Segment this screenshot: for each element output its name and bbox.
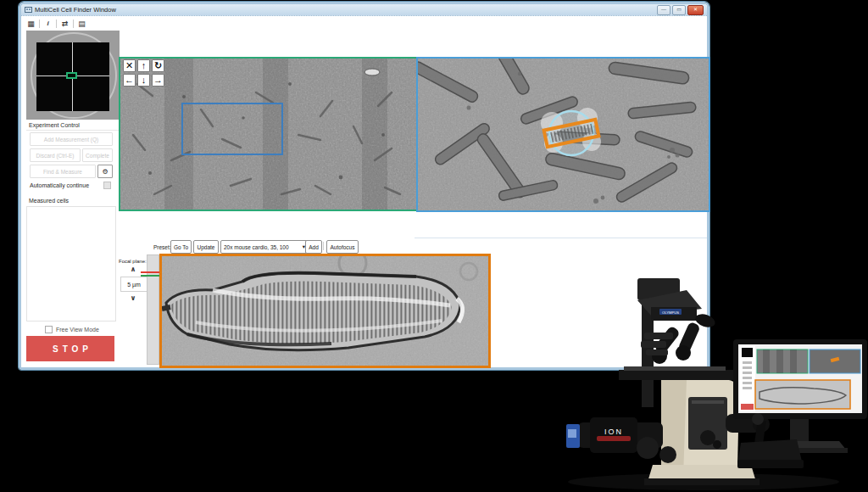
tile-map-icon[interactable]: ▦ — [26, 19, 36, 28]
pan-left-icon[interactable]: ← — [123, 74, 136, 87]
preset-separator — [323, 242, 324, 250]
microscope-brand-label: OLYMPUS — [662, 310, 679, 315]
go-to-button[interactable]: Go To — [170, 240, 192, 254]
preset-label: Preset: — [153, 244, 171, 250]
fit-view-icon[interactable]: ✕ — [123, 59, 136, 72]
window-title: MultiCell Cell Finder Window — [35, 6, 116, 14]
screenshot-canvas: MultiCell Cell Finder Window — ▭ ✕ ▦ i ⇄… — [0, 0, 868, 492]
free-view-checkbox[interactable] — [45, 326, 53, 333]
toolbar-separator — [56, 20, 57, 28]
bottom-panel-divider — [415, 238, 707, 238]
focal-step-field[interactable]: 5 µm — [120, 277, 147, 292]
monitor — [733, 339, 867, 453]
report-icon[interactable]: ▤ — [77, 19, 86, 28]
measured-cells-heading: Measured cells — [29, 198, 69, 204]
gear-icon[interactable]: ⚙ — [97, 165, 113, 178]
focal-marker-red — [141, 271, 159, 273]
complete-button[interactable]: Complete — [82, 148, 113, 162]
preset-dropdown[interactable]: 20x mouse cardio, 35, 100 ▾ — [220, 240, 309, 254]
stage-navigator[interactable] — [26, 31, 120, 120]
discard-button[interactable]: Discard (Ctrl-E) — [30, 148, 81, 162]
free-view-label: Free View Mode — [56, 327, 99, 333]
add-preset-button[interactable]: Add — [305, 240, 322, 254]
stop-button[interactable]: STOP — [26, 336, 114, 361]
pan-right-icon[interactable]: → — [152, 74, 164, 87]
field-of-view-rectangle[interactable] — [181, 103, 283, 155]
refresh-icon[interactable]: ↻ — [152, 59, 164, 72]
close-button[interactable]: ✕ — [687, 5, 704, 15]
preset-dropdown-value: 20x mouse cardio, 35, 100 — [224, 244, 289, 250]
update-button[interactable]: Update — [193, 240, 219, 254]
focal-marker-green — [141, 275, 159, 277]
live-image-panel[interactable] — [416, 57, 710, 212]
camera-brand-label: ION — [604, 428, 623, 436]
focal-plane-label: Focal plane: — [119, 259, 147, 264]
auto-continue-label: Automatically continue — [30, 182, 89, 188]
find-measure-button[interactable]: Find & Measure — [30, 165, 96, 178]
stage-move-controls: ✕ ↑ ↻ ← ↓ → — [123, 59, 164, 87]
maximize-button[interactable]: ▭ — [672, 5, 686, 15]
cell-zoom-panel[interactable] — [159, 254, 491, 368]
main-toolbar: ▦ i ⇄ ▤ — [26, 18, 86, 29]
toolbar-separator — [73, 20, 74, 28]
auto-continue-checkbox[interactable] — [103, 182, 111, 189]
focal-down-icon[interactable]: ∨ — [120, 294, 146, 302]
info-icon[interactable]: i — [43, 19, 53, 28]
measured-cells-list[interactable] — [26, 206, 116, 321]
pan-down-icon[interactable]: ↓ — [137, 74, 150, 87]
equipment-photo: OLYMPUS ION — [559, 254, 868, 492]
mini-stop-button — [741, 404, 754, 410]
title-bar[interactable]: MultiCell Cell Finder Window — ▭ ✕ — [21, 4, 707, 16]
section-divider — [26, 130, 120, 131]
experiment-control-heading: Experiment Control — [29, 122, 80, 128]
autofocus-button[interactable]: Autofocus — [326, 240, 359, 254]
live-microscopy-image — [418, 59, 709, 210]
app-icon — [25, 6, 32, 14]
cell-zoom-image — [162, 256, 488, 366]
pan-up-icon[interactable]: ↑ — [137, 59, 150, 72]
transfer-arrows-icon[interactable]: ⇄ — [60, 19, 70, 28]
minimize-button[interactable]: — — [657, 5, 670, 15]
navigator-position-marker — [66, 72, 77, 79]
add-measurement-button[interactable]: Add Measurement (Q) — [30, 132, 113, 146]
toolbar-separator — [39, 20, 40, 28]
